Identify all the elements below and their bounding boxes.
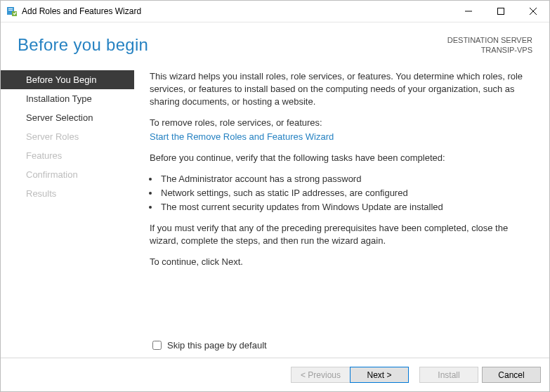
sidebar-item-server-roles: Server Roles: [1, 127, 134, 146]
titlebar: Add Roles and Features Wizard: [1, 1, 549, 22]
nav-button-group: < Previous Next >: [291, 367, 409, 383]
continue-note: To continue, click Next.: [150, 256, 534, 268]
wizard-window: Add Roles and Features Wizard Before you…: [0, 0, 550, 392]
list-item: The most current security updates from W…: [159, 201, 534, 214]
header: Before you begin DESTINATION SERVER TRAN…: [1, 22, 549, 60]
list-item: The Administrator account has a strong p…: [159, 173, 534, 185]
prereq-list: The Administrator account has a strong p…: [150, 173, 534, 214]
footer: < Previous Next > Install Cancel: [1, 358, 549, 391]
skip-label: Skip this page by default: [167, 339, 267, 352]
sidebar-item-features: Features: [1, 146, 134, 165]
sidebar-item-confirmation: Confirmation: [1, 165, 134, 184]
window-title: Add Roles and Features Wizard: [22, 6, 141, 16]
svg-rect-2: [8, 10, 13, 11]
previous-button: < Previous: [291, 367, 350, 383]
intro-text: This wizard helps you install roles, rol…: [150, 70, 534, 108]
sidebar: Before You Begin Installation Type Serve…: [1, 60, 134, 358]
remove-lead: To remove roles, role services, or featu…: [150, 117, 534, 129]
remove-roles-link[interactable]: Start the Remove Roles and Features Wiza…: [150, 131, 334, 143]
sidebar-item-label: Before You Begin: [26, 74, 96, 85]
svg-rect-1: [8, 8, 13, 9]
body: Before You Begin Installation Type Serve…: [1, 60, 549, 358]
sidebar-item-label: Features: [26, 150, 62, 161]
destination-server: TRANSIP-VPS: [447, 45, 532, 55]
content: This wizard helps you install roles, rol…: [134, 60, 549, 358]
page-title: Before you begin: [18, 35, 447, 55]
next-button[interactable]: Next >: [350, 367, 409, 383]
sidebar-item-label: Results: [26, 188, 56, 199]
close-button[interactable]: [517, 1, 549, 22]
sidebar-item-label: Installation Type: [26, 93, 92, 104]
close-note: If you must verify that any of the prece…: [150, 222, 534, 247]
destination-server-block: DESTINATION SERVER TRANSIP-VPS: [447, 35, 532, 55]
destination-label: DESTINATION SERVER: [447, 35, 532, 45]
svg-rect-5: [498, 8, 504, 15]
verify-lead: Before you continue, verify that the fol…: [150, 152, 534, 164]
sidebar-item-label: Confirmation: [26, 169, 78, 180]
sidebar-item-label: Server Roles: [26, 131, 79, 142]
sidebar-item-label: Server Selection: [26, 112, 93, 123]
sidebar-item-installation-type[interactable]: Installation Type: [1, 89, 134, 108]
sidebar-item-before-you-begin[interactable]: Before You Begin: [1, 70, 134, 89]
svg-rect-3: [12, 11, 17, 16]
cancel-button[interactable]: Cancel: [482, 367, 541, 383]
install-button: Install: [419, 367, 478, 383]
sidebar-item-results: Results: [1, 184, 134, 203]
maximize-button[interactable]: [485, 1, 517, 22]
minimize-button[interactable]: [452, 1, 485, 22]
server-manager-icon: [6, 6, 18, 17]
skip-row: Skip this page by default: [150, 339, 534, 352]
list-item: Network settings, such as static IP addr…: [159, 187, 534, 200]
sidebar-item-server-selection[interactable]: Server Selection: [1, 108, 134, 127]
skip-checkbox[interactable]: [152, 341, 162, 350]
